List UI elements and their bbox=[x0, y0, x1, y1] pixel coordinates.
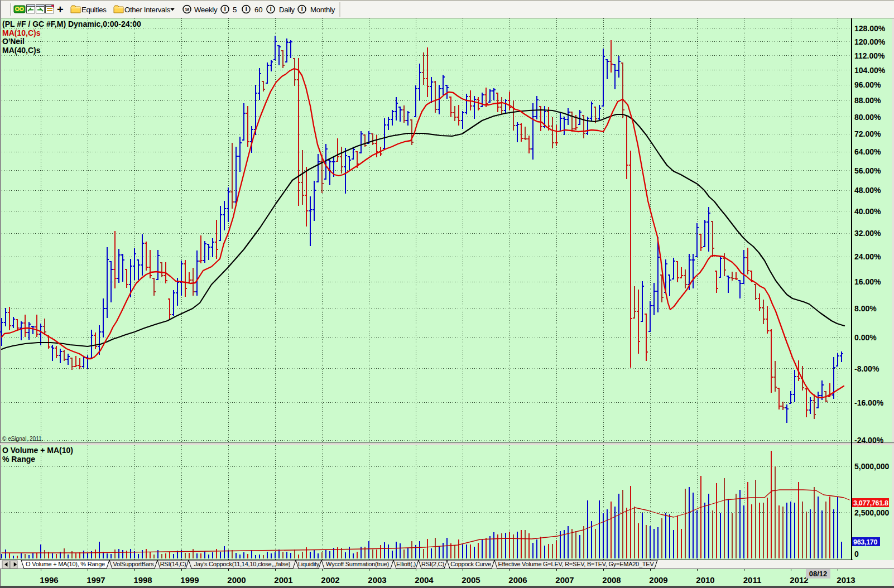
svg-text:2000: 2000 bbox=[227, 575, 246, 585]
svg-text:1999: 1999 bbox=[180, 575, 199, 585]
svg-text:3,077,761.8: 3,077,761.8 bbox=[853, 499, 888, 507]
svg-text:MA(40,C)s: MA(40,C)s bbox=[2, 46, 41, 55]
svg-text:% Range: % Range bbox=[2, 455, 35, 464]
svg-text:104.00%: 104.00% bbox=[854, 66, 886, 75]
svg-text:963,170: 963,170 bbox=[853, 538, 877, 546]
svg-text:88.00%: 88.00% bbox=[854, 96, 881, 105]
svg-text:SI: SI bbox=[185, 7, 189, 12]
svg-text:2011: 2011 bbox=[743, 575, 762, 585]
svg-text:64.00%: 64.00% bbox=[854, 147, 881, 156]
svg-text:RSI(2,C): RSI(2,C) bbox=[421, 561, 444, 567]
svg-text:Coppock Curve: Coppock Curve bbox=[450, 561, 491, 567]
svg-text:0.00%: 0.00% bbox=[854, 333, 877, 342]
svg-text:120.00%: 120.00% bbox=[854, 37, 886, 46]
svg-text:Liquidity: Liquidity bbox=[298, 561, 320, 567]
svg-text:Other Intervals: Other Intervals bbox=[124, 6, 171, 14]
svg-text:Monthly: Monthly bbox=[310, 6, 335, 14]
svg-text:Effective Volume G=LEV, R=SEV,: Effective Volume G=LEV, R=SEV, B=TEV, Gy… bbox=[498, 561, 655, 567]
svg-text:40.00%: 40.00% bbox=[854, 207, 881, 216]
svg-text:2005: 2005 bbox=[462, 575, 480, 585]
svg-text:2013: 2013 bbox=[837, 575, 855, 585]
svg-text:32.00%: 32.00% bbox=[854, 229, 881, 238]
svg-text:48.00%: 48.00% bbox=[854, 186, 881, 195]
svg-text:Daily: Daily bbox=[279, 6, 295, 14]
svg-text:56.00%: 56.00% bbox=[854, 166, 881, 175]
svg-text:Jay's Coppock(11,14,10,close,,: Jay's Coppock(11,14,10,close,,,false) bbox=[194, 561, 290, 567]
svg-text:16.00%: 16.00% bbox=[854, 277, 881, 286]
svg-text:Elliott(,): Elliott(,) bbox=[396, 561, 416, 567]
svg-text:O'Neil: O'Neil bbox=[2, 37, 25, 46]
svg-text:(PL #F / GC #F,M) Dynamic,0:00: (PL #F / GC #F,M) Dynamic,0:00-24:00 bbox=[2, 20, 141, 28]
svg-text:O Volume + MA(10): O Volume + MA(10) bbox=[2, 446, 73, 455]
svg-text:2002: 2002 bbox=[321, 575, 339, 585]
svg-text:1998: 1998 bbox=[133, 575, 152, 585]
svg-text:Wycoff Summation(true): Wycoff Summation(true) bbox=[326, 561, 389, 567]
svg-text:8.00%: 8.00% bbox=[854, 304, 877, 313]
svg-text:VolSupportBars: VolSupportBars bbox=[113, 561, 155, 567]
svg-text:O Volume + MA(10), % Range: O Volume + MA(10), % Range bbox=[26, 561, 105, 567]
svg-text:72.00%: 72.00% bbox=[854, 129, 881, 138]
svg-text:96.00%: 96.00% bbox=[854, 80, 881, 89]
svg-text:80.00%: 80.00% bbox=[854, 113, 881, 122]
svg-text:-24.00%: -24.00% bbox=[854, 436, 884, 445]
svg-text:1996: 1996 bbox=[40, 575, 58, 585]
svg-text:2007: 2007 bbox=[555, 575, 574, 585]
svg-text:2003: 2003 bbox=[368, 575, 386, 585]
svg-text:112.00%: 112.00% bbox=[854, 51, 885, 60]
svg-text:1997: 1997 bbox=[86, 575, 105, 585]
svg-text:2006: 2006 bbox=[508, 575, 527, 585]
svg-text:60: 60 bbox=[254, 6, 263, 14]
svg-text:-8.00%: -8.00% bbox=[854, 364, 879, 373]
svg-text:2001: 2001 bbox=[274, 575, 292, 585]
svg-text:-16.00%: -16.00% bbox=[854, 398, 884, 407]
svg-text:2,500,000: 2,500,000 bbox=[854, 508, 889, 517]
svg-text:Equities: Equities bbox=[81, 6, 107, 14]
svg-text:5,000,000: 5,000,000 bbox=[854, 462, 889, 471]
svg-text:Weekly: Weekly bbox=[194, 6, 218, 14]
svg-text:RSI(14,C): RSI(14,C) bbox=[160, 561, 186, 567]
svg-text:© eSignal, 2011.: © eSignal, 2011. bbox=[2, 436, 43, 442]
svg-text:2009: 2009 bbox=[649, 575, 667, 585]
svg-text:2010: 2010 bbox=[696, 575, 714, 585]
svg-text:5: 5 bbox=[233, 6, 237, 14]
svg-text:08/12: 08/12 bbox=[809, 570, 828, 578]
svg-text:2008: 2008 bbox=[602, 575, 621, 585]
svg-text:128.00%: 128.00% bbox=[854, 24, 886, 33]
svg-text:24.00%: 24.00% bbox=[854, 252, 881, 261]
svg-text:0: 0 bbox=[854, 550, 859, 558]
svg-text:2004: 2004 bbox=[415, 575, 434, 585]
svg-text:2012: 2012 bbox=[790, 575, 808, 585]
svg-text:+: + bbox=[57, 3, 64, 16]
svg-text:MA(10,C)s: MA(10,C)s bbox=[2, 28, 41, 37]
